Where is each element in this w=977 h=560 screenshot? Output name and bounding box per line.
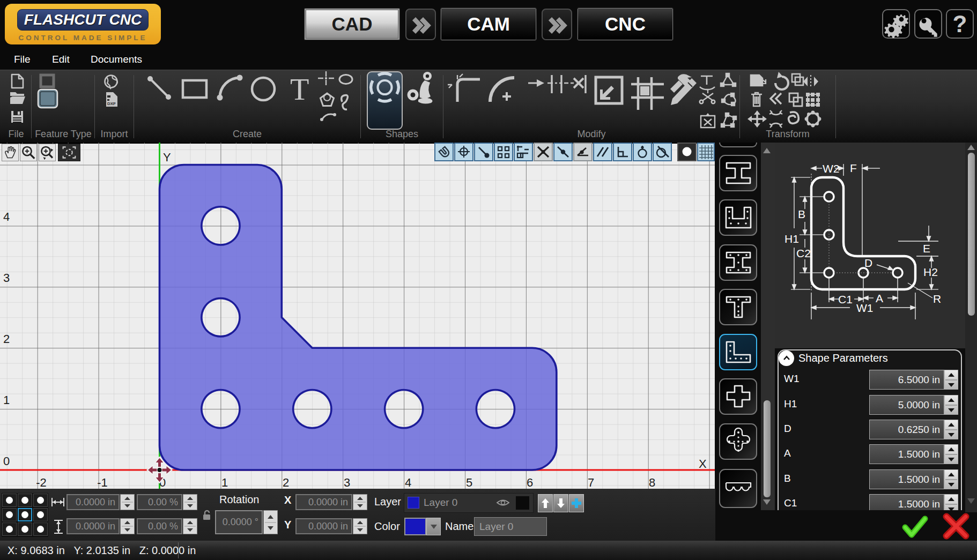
svg-text:8: 8 <box>649 476 655 489</box>
svg-text:0: 0 <box>3 454 10 468</box>
svg-text:C1: C1 <box>838 293 853 305</box>
svg-text:5: 5 <box>466 476 472 489</box>
svg-text:D: D <box>864 257 872 269</box>
svg-text:H1: H1 <box>784 233 799 245</box>
svg-text:C2: C2 <box>796 247 811 259</box>
svg-text:A: A <box>876 292 883 304</box>
svg-text:H2: H2 <box>923 266 938 278</box>
svg-text:DXF: DXF <box>107 101 116 106</box>
svg-text:Y: Y <box>163 151 171 164</box>
svg-text:-1: -1 <box>97 476 108 489</box>
svg-text:W2: W2 <box>823 162 840 175</box>
svg-text:3: 3 <box>344 476 350 489</box>
svg-text:W1: W1 <box>856 302 874 314</box>
svg-text:E: E <box>923 242 930 255</box>
svg-text:6: 6 <box>527 476 533 489</box>
svg-text:1: 1 <box>3 393 10 407</box>
svg-text:R: R <box>933 293 941 305</box>
svg-text:-2: -2 <box>36 476 47 489</box>
svg-text:4: 4 <box>3 210 10 223</box>
svg-text:B: B <box>798 208 805 220</box>
svg-text:3: 3 <box>3 271 10 285</box>
svg-text:X: X <box>699 457 707 471</box>
svg-text:F: F <box>850 162 857 174</box>
svg-text:T: T <box>290 72 309 107</box>
svg-text:1: 1 <box>221 476 228 489</box>
svg-text:2: 2 <box>3 332 10 346</box>
svg-text:2: 2 <box>283 476 289 489</box>
svg-text:4: 4 <box>405 476 411 489</box>
svg-text:7: 7 <box>588 476 594 489</box>
